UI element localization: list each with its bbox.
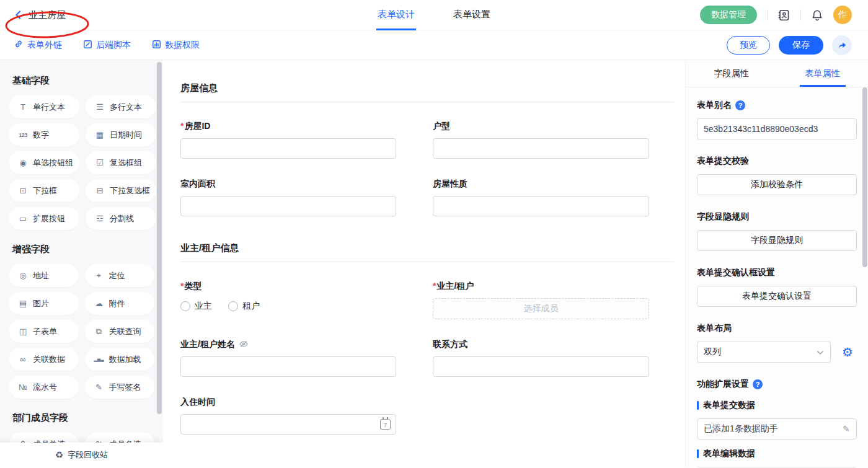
field-move-in-date[interactable]: 入住时间 7 xyxy=(180,397,396,435)
sidebar-item-divider[interactable]: ☲分割线 xyxy=(86,207,156,230)
submit-data-box[interactable]: 已添加1条数据助手 ✎ xyxy=(697,418,857,439)
linked-query-icon: ⧉ xyxy=(94,327,105,337)
house-nature-input[interactable] xyxy=(433,196,649,216)
backend-script-action[interactable]: 后端脚本 xyxy=(83,40,131,51)
sidebar-item-single-line-text[interactable]: T单行文本 xyxy=(9,95,79,118)
field-house-nature[interactable]: 房屋性质 xyxy=(433,179,649,216)
radio-icon: ◉ xyxy=(17,158,29,167)
field-house-id[interactable]: 房屋ID xyxy=(180,121,396,159)
tab-form-design[interactable]: 表单设计 xyxy=(376,0,416,30)
sidebar-item-serial-number[interactable]: №流水号 xyxy=(9,376,79,399)
properties-panel: 字段属性 表单属性 表单别名? 表单提交校验 添加校验条件 字段显隐规则 字段显… xyxy=(685,60,868,467)
tab-field-properties[interactable]: 字段属性 xyxy=(686,60,777,87)
tab-form-settings[interactable]: 表单设置 xyxy=(452,0,492,30)
move-in-date-input[interactable] xyxy=(180,414,396,435)
radio-option-owner[interactable]: 业主 xyxy=(180,301,212,312)
field-owner-tenant[interactable]: 业主/租户 选择成员 xyxy=(433,281,649,319)
sidebar-item-signature[interactable]: ✎手写签名 xyxy=(85,376,155,399)
sidebar-item-extend-button[interactable]: ▭扩展按钮 xyxy=(9,207,79,230)
member-picker[interactable]: 选择成员 xyxy=(433,298,649,319)
indoor-area-input[interactable] xyxy=(180,196,396,216)
field-house-type[interactable]: 户型 xyxy=(433,121,649,159)
map-pin-icon: ◎ xyxy=(17,271,29,280)
house-type-input[interactable] xyxy=(433,138,649,159)
layout-select-value: 双列 xyxy=(704,347,721,358)
house-id-input[interactable] xyxy=(180,138,396,159)
section-title: 部门成员字段 xyxy=(12,412,154,424)
dropdown-icon: ⊡ xyxy=(17,186,29,195)
submit-validation-block: 表单提交校验 添加校验条件 xyxy=(697,156,857,195)
sidebar-item-label: 定位 xyxy=(109,270,125,281)
radio-label: 业主 xyxy=(195,301,212,312)
calendar-date-icon[interactable]: 7 xyxy=(380,419,391,430)
sidebar-item-data-load[interactable]: ▂▅▃数据加载 xyxy=(85,348,155,371)
section-title: 增强字段 xyxy=(12,244,154,255)
sidebar-item-checkbox-group[interactable]: ☑复选框组 xyxy=(86,151,156,174)
external-link-action[interactable]: 表单外链 xyxy=(14,39,62,51)
help-icon[interactable]: ? xyxy=(735,100,745,110)
sidebar-item-select[interactable]: ⊡下拉框 xyxy=(9,179,79,202)
submit-validation-label: 表单提交校验 xyxy=(697,156,749,167)
sidebar-item-attachment[interactable]: ☁附件 xyxy=(85,292,155,315)
visibility-rules-button[interactable]: 字段显隐规则 xyxy=(697,230,857,251)
submit-data-subheader: 表单提交数据 xyxy=(697,400,857,411)
save-button[interactable]: 保存 xyxy=(779,36,823,55)
radio-circle-icon xyxy=(228,301,238,311)
properties-tabs: 字段属性 表单属性 xyxy=(686,60,868,87)
radio-option-tenant[interactable]: 租户 xyxy=(228,301,260,312)
sidebar-item-datetime[interactable]: ▦日期时间 xyxy=(86,123,156,146)
image-icon: ▤ xyxy=(17,299,29,308)
sidebar-item-multi-line-text[interactable]: ☰多行文本 xyxy=(86,95,156,118)
sidebar-scrollbar[interactable] xyxy=(157,62,162,414)
field-recycle-bin[interactable]: ♻ 字段回收站 xyxy=(0,443,163,467)
panel-scrollbar[interactable] xyxy=(862,87,867,267)
sidebar-item-label: 手写签名 xyxy=(109,382,141,393)
field-label: 房屋性质 xyxy=(433,179,467,190)
sidebar-item-image[interactable]: ▤图片 xyxy=(9,292,79,315)
data-permission-action[interactable]: 数据权限 xyxy=(152,40,200,51)
extension-settings-label: 功能扩展设置 xyxy=(697,379,749,390)
form-canvas[interactable]: 房屋信息 房屋ID 户型 室内面积 xyxy=(163,60,685,467)
field-label: 户型 xyxy=(433,121,450,132)
sidebar-item-multi-select[interactable]: ⊟下拉复选框 xyxy=(86,179,156,202)
section-divider xyxy=(180,262,674,262)
sidebar-item-address[interactable]: ◎地址 xyxy=(9,264,79,287)
submit-confirm-block: 表单提交确认框设置 表单提交确认设置 xyxy=(697,267,857,307)
form-alias-input[interactable] xyxy=(697,118,857,139)
share-arrow-icon xyxy=(837,40,848,50)
edit-pencil-icon[interactable]: ✎ xyxy=(843,424,850,434)
add-operation-button[interactable]: 添加操作 xyxy=(697,467,857,467)
share-button[interactable] xyxy=(832,35,852,55)
field-indoor-area[interactable]: 室内面积 xyxy=(180,179,396,216)
extension-settings-block: 功能扩展设置? 表单提交数据 已添加1条数据助手 ✎ xyxy=(697,379,857,439)
sidebar-item-radio-group[interactable]: ◉单选按钮组 xyxy=(9,151,79,174)
contact-input[interactable] xyxy=(433,356,649,377)
owner-name-input[interactable] xyxy=(180,356,396,377)
layout-gear-button[interactable]: ⚙ xyxy=(838,343,857,361)
form-section-owner-info[interactable]: 业主/租户信息 类型 业主 租户 业主/租户 选择成员 xyxy=(180,242,674,454)
form-section-house-info[interactable]: 房屋信息 房屋ID 户型 室内面积 xyxy=(180,82,674,236)
sidebar-item-locate[interactable]: ⌖定位 xyxy=(85,264,155,287)
layout-select[interactable]: 双列 xyxy=(697,342,831,363)
field-type-radio[interactable]: 类型 业主 租户 xyxy=(180,281,396,319)
sidebar-item-label: 关联查询 xyxy=(109,326,141,337)
add-validation-button[interactable]: 添加校验条件 xyxy=(697,174,857,195)
submit-confirm-label: 表单提交确认框设置 xyxy=(697,267,775,278)
checkbox-icon: ☑ xyxy=(94,158,105,167)
field-owner-name[interactable]: 业主/租户姓名 xyxy=(180,339,396,377)
permission-chart-icon xyxy=(152,40,161,51)
section-divider xyxy=(180,102,674,102)
preview-button[interactable]: 预览 xyxy=(727,36,770,55)
form-designer-app: 业主房屋 表单设计 表单设置 数据管理 xyxy=(0,0,868,468)
sidebar-item-linked-data[interactable]: ∞关联数据 xyxy=(9,348,79,371)
form-alias-label: 表单别名 xyxy=(697,100,732,111)
tab-form-properties[interactable]: 表单属性 xyxy=(777,60,868,87)
help-icon[interactable]: ? xyxy=(753,379,763,389)
sidebar-item-subform[interactable]: ◫子表单 xyxy=(9,320,79,343)
multi-dropdown-icon: ⊟ xyxy=(94,186,105,195)
empty-cell xyxy=(433,397,649,454)
field-contact[interactable]: 联系方式 xyxy=(433,339,649,377)
sidebar-item-linked-query[interactable]: ⧉关联查询 xyxy=(85,320,155,343)
submit-confirm-button[interactable]: 表单提交确认设置 xyxy=(697,286,857,307)
sidebar-item-number[interactable]: 123数字 xyxy=(9,123,79,146)
